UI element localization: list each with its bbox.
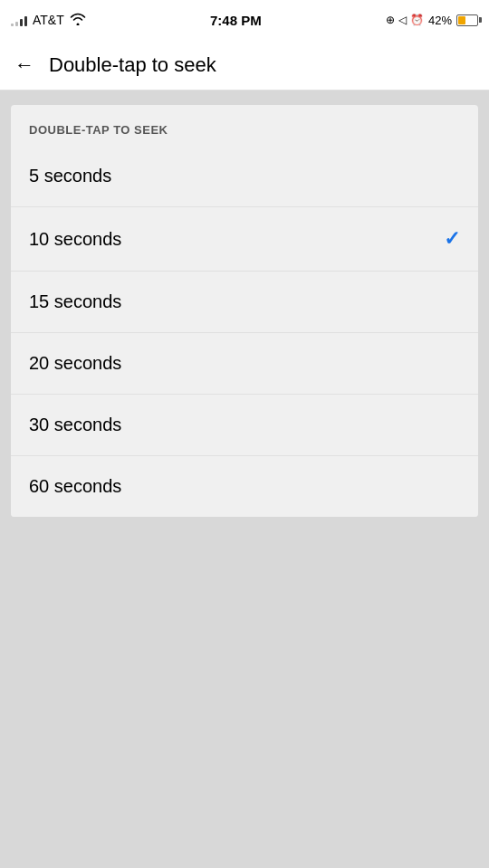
status-left: AT&T	[11, 13, 86, 28]
system-icons: ⊕ ◁ ⏰	[386, 14, 424, 26]
carrier-label: AT&T	[33, 13, 64, 27]
option-15s-label: 15 seconds	[29, 291, 121, 312]
option-5s[interactable]: 5 seconds	[11, 146, 478, 207]
option-60s-label: 60 seconds	[29, 476, 121, 497]
options-card: DOUBLE-TAP TO SEEK 5 seconds 10 seconds …	[11, 105, 478, 517]
option-10s-label: 10 seconds	[29, 229, 121, 250]
battery-icon	[456, 14, 478, 26]
option-60s[interactable]: 60 seconds	[11, 456, 478, 517]
alarm-icon: ⏰	[410, 14, 424, 26]
page-header: ← Double-tap to seek	[0, 40, 489, 91]
battery-percent-label: 42%	[428, 14, 452, 27]
globe-icon: ⊕	[386, 14, 395, 26]
option-10s[interactable]: 10 seconds ✓	[11, 207, 478, 272]
section-header: DOUBLE-TAP TO SEEK	[11, 105, 478, 146]
status-right: ⊕ ◁ ⏰ 42%	[386, 14, 478, 27]
page-title: Double-tap to seek	[49, 53, 216, 77]
status-time: 7:48 PM	[210, 13, 262, 28]
battery-fill	[458, 16, 465, 24]
wifi-icon	[70, 13, 86, 28]
location-icon: ◁	[398, 14, 407, 26]
option-20s-label: 20 seconds	[29, 353, 121, 374]
option-30s[interactable]: 30 seconds	[11, 395, 478, 456]
signal-icon	[11, 14, 27, 26]
option-5s-label: 5 seconds	[29, 166, 111, 186]
option-30s-label: 30 seconds	[29, 415, 121, 435]
status-bar: AT&T 7:48 PM ⊕ ◁ ⏰ 42%	[0, 0, 489, 40]
selected-checkmark: ✓	[444, 227, 460, 251]
option-15s[interactable]: 15 seconds	[11, 272, 478, 333]
option-20s[interactable]: 20 seconds	[11, 333, 478, 395]
back-button[interactable]: ←	[14, 53, 34, 77]
